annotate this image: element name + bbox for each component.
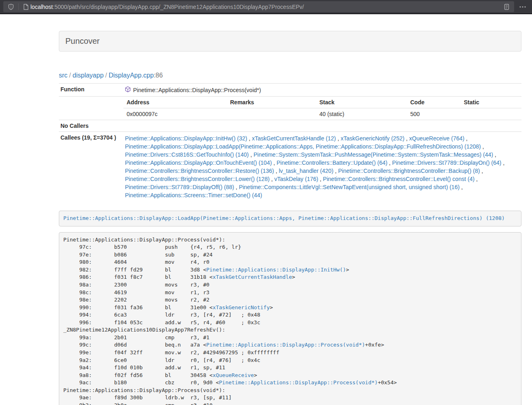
callee-link[interactable]: vTaskDelay (176)	[274, 176, 318, 182]
column-header-static: Static	[461, 97, 521, 108]
callee-link[interactable]: Pinetime::Controllers::BrightnessControl…	[338, 168, 480, 174]
callee-separator: ,	[464, 135, 467, 142]
breadcrumb-separator: /	[105, 72, 107, 79]
column-header-stack: Stack	[316, 97, 407, 108]
page-title: Puncover	[65, 35, 515, 47]
code-value: 500	[407, 108, 461, 120]
loadapp-highlight-box: Pinetime::Applications::DisplayApp::Load…	[59, 211, 521, 226]
callee-separator: ,	[274, 168, 279, 174]
callee-separator: ,	[336, 135, 341, 142]
callee-link[interactable]: Pinetime::Applications::DisplayApp::Load…	[125, 143, 481, 150]
disassembly-symbol-link[interactable]: xQueueReceive	[213, 372, 254, 378]
column-header-address: Address	[123, 97, 227, 108]
remarks-value	[227, 108, 316, 120]
function-name: Pinetime::Applications::DisplayApp::Proc…	[133, 87, 261, 93]
callee-link[interactable]: Pinetime::System::SystemTask::PushMessag…	[254, 151, 493, 158]
url-host: localhost	[30, 4, 53, 10]
callee-link[interactable]: Pinetime::Controllers::Battery::Update()…	[277, 159, 388, 166]
url-text: localhost:5000/path/src/displayapp/Displ…	[30, 4, 502, 10]
callee-link[interactable]: Pinetime::Controllers::BrightnessControl…	[125, 168, 274, 174]
function-row: Function Pinetime::Applications::Display…	[59, 84, 521, 97]
breadcrumb-separator: /	[69, 72, 71, 79]
callee-link[interactable]: Pinetime::Components::LittleVgl::SetNewT…	[239, 184, 460, 190]
breadcrumb-link-file[interactable]: DisplayApp.cpp	[109, 72, 154, 79]
callee-separator: ,	[334, 168, 338, 174]
function-label: Function	[59, 84, 122, 97]
divider	[18, 3, 19, 10]
loadapp-symbol-link[interactable]: Pinetime::Applications::DisplayApp::Load…	[63, 215, 505, 221]
disassembly-symbol-link[interactable]: xTaskGenericNotify	[213, 304, 270, 310]
callee-link[interactable]: Pinetime::Applications::DisplayApp::OnTo…	[125, 159, 272, 166]
callee-separator: ,	[388, 159, 392, 166]
app-header-panel: Puncover	[59, 31, 521, 52]
callee-separator: ,	[249, 151, 254, 158]
breadcrumb-link-displayapp[interactable]: displayapp	[73, 72, 104, 79]
callee-link[interactable]: Pinetime::Controllers::BrightnessControl…	[125, 176, 269, 182]
symbol-stats-row: Address Remarks Stack Code Static 0x0000…	[59, 97, 521, 120]
callee-separator: ,	[480, 168, 483, 174]
browser-chrome: localhost:5000/path/src/displayapp/Displ…	[0, 0, 532, 14]
callee-separator: ,	[318, 176, 323, 182]
disassembly-symbol-link[interactable]: Pinetime::Applications::DisplayApp::Proc…	[219, 379, 378, 386]
breadcrumb-line-number: :86	[154, 72, 163, 79]
function-detail-table: Function Pinetime::Applications::Display…	[59, 83, 521, 202]
column-header-code: Code	[407, 97, 461, 108]
callee-link[interactable]: Pinetime::Drivers::St7789::DisplayOff() …	[125, 184, 234, 190]
callee-separator: ,	[502, 159, 505, 166]
document-icon[interactable]	[22, 2, 30, 11]
symbol-stats-table: Address Remarks Stack Code Static 0x0000…	[123, 97, 521, 120]
callee-link[interactable]: Pinetime::Drivers::St7789::DisplayOn() (…	[392, 159, 501, 166]
callee-separator: ,	[481, 143, 484, 150]
no-callers-label: No Callers	[59, 120, 122, 132]
table-row: 0x0000097c 40 (static) 500	[123, 108, 521, 120]
disassembly-pre: Pinetime::Applications::DisplayApp::Proc…	[59, 232, 521, 405]
callee-separator: ,	[405, 135, 409, 142]
disassembly-symbol-link[interactable]: Pinetime::Applications::DisplayApp::Init…	[206, 267, 346, 273]
callee-link[interactable]: xTaskGetCurrentTaskHandle (12)	[252, 135, 336, 142]
callee-separator: ,	[272, 159, 277, 166]
callee-link[interactable]: Pinetime::Controllers::BrightnessControl…	[323, 176, 474, 182]
callee-separator: ,	[269, 176, 274, 182]
address-bar[interactable]: localhost:5000/path/src/displayapp/Displ…	[3, 1, 514, 12]
callees-list: Pinetime::Applications::DisplayApp::Init…	[122, 132, 521, 202]
callee-link[interactable]: lv_task_handler (420)	[279, 168, 334, 174]
stack-value: 40 (static)	[316, 108, 407, 120]
breadcrumb: src/displayapp/DisplayApp.cpp:86	[59, 72, 521, 79]
address-value: 0x0000097c	[123, 108, 227, 120]
reader-mode-icon[interactable]	[502, 2, 511, 11]
disassembly-symbol-link[interactable]: xTaskGetCurrentTaskHandle	[213, 274, 292, 280]
callee-link[interactable]: Pinetime::Applications::Screens::Timer::…	[125, 192, 262, 198]
column-header-remarks: Remarks	[227, 97, 316, 108]
callee-separator: ,	[493, 151, 496, 158]
callee-separator: ,	[474, 176, 478, 182]
callee-separator: ,	[247, 135, 252, 142]
static-value	[461, 108, 521, 120]
disassembly-symbol-link[interactable]: Pinetime::Applications::DisplayApp::Proc…	[206, 342, 365, 348]
callees-row: Callees (19, Σ=3704 ) Pinetime::Applicat…	[59, 132, 521, 202]
callee-link[interactable]: Pinetime::Applications::DisplayApp::Init…	[125, 135, 247, 142]
callee-link[interactable]: Pinetime::Drivers::Cst816S::GetTouchInfo…	[125, 151, 249, 158]
callee-separator: ,	[460, 184, 463, 190]
callees-label: Callees (19, Σ=3704 )	[59, 132, 122, 202]
callee-link[interactable]: xTaskGenericNotify (252)	[340, 135, 404, 142]
callee-link[interactable]: xQueueReceive (764)	[409, 135, 464, 142]
url-path: :5000/path/src/displayapp/DisplayApp.cpp…	[53, 4, 304, 10]
callers-row: No Callers	[59, 120, 521, 132]
kebab-menu-icon[interactable]	[517, 2, 529, 12]
page-content: Puncover src/displayapp/DisplayApp.cpp:8…	[59, 31, 521, 405]
shield-icon[interactable]	[6, 2, 15, 11]
breadcrumb-link-src[interactable]: src	[59, 72, 67, 79]
cube-icon	[125, 86, 131, 94]
callee-separator: ,	[234, 184, 239, 190]
